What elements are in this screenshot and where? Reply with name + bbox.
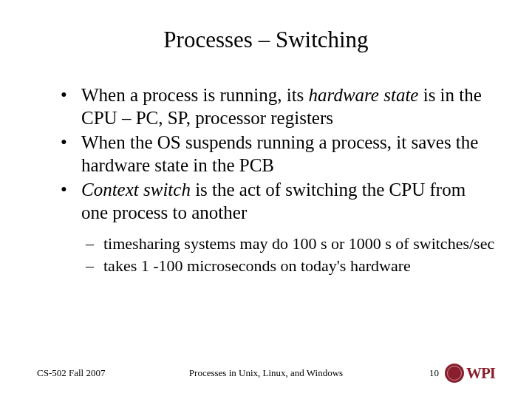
wpi-seal-icon	[445, 364, 464, 383]
bullet-item: When a process is running, its hardware …	[65, 84, 495, 129]
slide-footer: CS-502 Fall 2007 Processes in Unix, Linu…	[0, 364, 532, 383]
sub-bullet-list: timesharing systems may do 100 s or 1000…	[37, 234, 495, 276]
slide-title: Processes – Switching	[37, 27, 495, 53]
bullet-emph: hardware state	[309, 85, 419, 105]
bullet-item: Context switch is the act of switching t…	[65, 179, 495, 224]
bullet-emph: Context switch	[81, 180, 191, 200]
bullet-text: When a process is running, its	[81, 85, 309, 105]
bullet-item: When the OS suspends running a process, …	[65, 132, 495, 177]
page-number: 10	[429, 367, 439, 379]
wpi-logo: WPI	[445, 364, 495, 383]
footer-right: 10 WPI	[384, 364, 495, 383]
sub-bullet-item: timesharing systems may do 100 s or 1000…	[90, 234, 495, 254]
footer-center: Processes in Unix, Linux, and Windows	[148, 367, 384, 379]
sub-bullet-item: takes 1 -100 microseconds on today's har…	[90, 256, 495, 276]
footer-left: CS-502 Fall 2007	[37, 367, 148, 379]
bullet-list: When a process is running, its hardware …	[37, 84, 495, 224]
wpi-wordmark: WPI	[466, 364, 495, 383]
bullet-text: When the OS suspends running a process, …	[81, 132, 478, 175]
